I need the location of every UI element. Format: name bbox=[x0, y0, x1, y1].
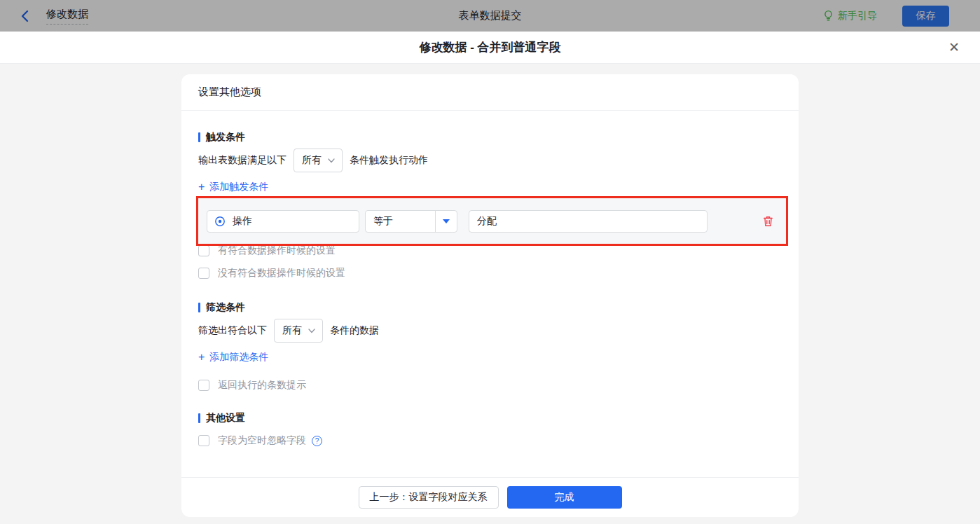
panel-content: 触发条件 输出表数据满足以下 所有 条件触发执行动作 + 添加触发条件 bbox=[181, 111, 799, 477]
flow-title[interactable]: 修改数据 bbox=[46, 8, 88, 25]
help-question-icon[interactable]: ? bbox=[312, 436, 322, 446]
condition-value-input[interactable]: 分配 bbox=[469, 210, 708, 233]
panel-header-label: 设置其他选项 bbox=[198, 85, 261, 99]
trigger-sentence-suffix: 条件触发执行动作 bbox=[350, 154, 428, 167]
checkbox-has-match-setting[interactable]: 有符合数据操作时候的设置 bbox=[198, 244, 782, 258]
condition-field-input[interactable]: 操作 bbox=[207, 210, 359, 233]
checkbox-icon[interactable] bbox=[198, 380, 209, 391]
section-accent-bar bbox=[198, 413, 200, 423]
modal-header: 修改数据 - 合并到普通字段 ✕ bbox=[0, 32, 980, 64]
operator-caret[interactable] bbox=[435, 211, 457, 232]
filter-sentence-prefix: 筛选出符合以下 bbox=[198, 324, 267, 337]
filter-sentence-suffix: 条件的数据 bbox=[330, 324, 379, 337]
newbie-guide-label: 新手引导 bbox=[838, 10, 877, 22]
panel-footer: 上一步：设置字段对应关系 完成 bbox=[181, 477, 799, 517]
checkbox-count-tip[interactable]: 返回执行的条数提示 bbox=[198, 378, 782, 392]
filter-match-mode-select[interactable]: 所有 bbox=[274, 319, 323, 343]
radio-dot-icon bbox=[214, 216, 226, 227]
other-section-title: 其他设置 bbox=[198, 413, 782, 424]
filter-section-title: 筛选条件 bbox=[198, 302, 782, 313]
condition-operator-select[interactable]: 等于 bbox=[365, 210, 457, 233]
trash-icon bbox=[762, 215, 774, 228]
chevron-down-icon bbox=[327, 156, 336, 165]
checkbox-icon[interactable] bbox=[198, 268, 209, 279]
plus-icon: + bbox=[198, 352, 205, 363]
trigger-section-title: 触发条件 bbox=[198, 132, 782, 143]
back-chevron-icon[interactable] bbox=[18, 10, 31, 22]
chevron-down-icon bbox=[308, 326, 316, 335]
trigger-sentence-prefix: 输出表数据满足以下 bbox=[198, 154, 287, 167]
section-accent-bar bbox=[198, 303, 200, 312]
close-icon[interactable]: ✕ bbox=[945, 39, 963, 57]
trigger-condition-sentence: 输出表数据满足以下 所有 条件触发执行动作 bbox=[198, 149, 782, 172]
plus-icon: + bbox=[198, 181, 205, 193]
add-filter-condition-link[interactable]: + 添加筛选条件 bbox=[198, 352, 268, 363]
save-button[interactable]: 保存 bbox=[902, 6, 949, 27]
newbie-guide-link[interactable]: 新手引导 bbox=[823, 10, 877, 22]
done-button[interactable]: 完成 bbox=[507, 486, 622, 509]
condition-row: 操作 等于 分配 bbox=[198, 198, 786, 244]
delete-condition-button[interactable] bbox=[761, 214, 775, 228]
checkbox-no-match-setting[interactable]: 没有符合数据操作时候的设置 bbox=[198, 266, 782, 280]
checkbox-icon[interactable] bbox=[198, 435, 209, 446]
section-accent-bar bbox=[198, 132, 200, 142]
filter-condition-sentence: 筛选出符合以下 所有 条件的数据 bbox=[198, 319, 782, 343]
checkbox-icon[interactable] bbox=[198, 245, 209, 256]
options-panel: 设置其他选项 触发条件 输出表数据满足以下 所有 条件触发执行动作 bbox=[181, 74, 799, 517]
modal-body: 设置其他选项 触发条件 输出表数据满足以下 所有 条件触发执行动作 bbox=[0, 64, 980, 524]
add-trigger-condition-link[interactable]: + 添加触发条件 bbox=[198, 181, 268, 193]
previous-step-button[interactable]: 上一步：设置字段对应关系 bbox=[359, 486, 499, 509]
triangle-down-icon bbox=[443, 219, 450, 223]
lightbulb-icon bbox=[823, 10, 834, 22]
trigger-match-mode-select[interactable]: 所有 bbox=[294, 149, 343, 172]
modal-title: 修改数据 - 合并到普通字段 bbox=[419, 39, 560, 55]
panel-header: 设置其他选项 bbox=[181, 74, 799, 111]
annotation-highlight-box: 操作 等于 分配 bbox=[196, 196, 788, 246]
checkbox-ignore-empty-field[interactable]: 字段为空时忽略字段 ? bbox=[198, 434, 782, 448]
top-bar: 修改数据 表单数据提交 新手引导 保存 bbox=[0, 0, 980, 32]
